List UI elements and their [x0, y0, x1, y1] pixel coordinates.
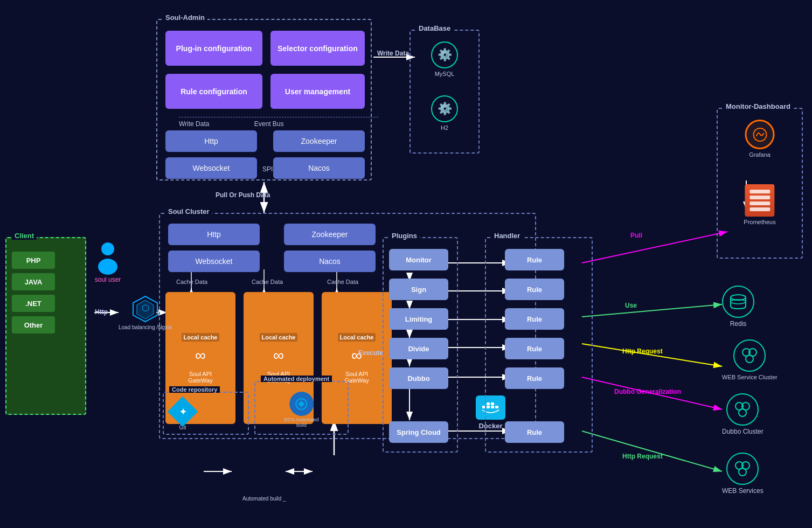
automated-deploy-box: Automated deployment DCS Automated build	[254, 381, 349, 435]
pull-label: Pull	[630, 232, 642, 239]
web-service-cluster-icon	[733, 339, 766, 372]
prometheus-label: Prometheus	[744, 219, 775, 225]
redis-label: Redis	[730, 320, 747, 328]
write-data-arrow-label: Write Data	[377, 50, 409, 57]
code-repo-box: Code repository ✦ Git	[163, 392, 249, 435]
svg-point-56	[98, 259, 117, 275]
cache-label-1: Cache Data	[176, 279, 207, 285]
plugin-divide-btn[interactable]: Divide	[389, 338, 448, 359]
plugin-limiting-btn[interactable]: Limiting	[389, 308, 448, 330]
rule-1-btn[interactable]: Rule	[505, 249, 564, 270]
handler-box: Handler Rule Rule Rule Rule Rule Rule	[485, 237, 593, 453]
rule-6-btn[interactable]: Rule	[505, 421, 564, 443]
cluster-nacos-btn[interactable]: Nacos	[284, 251, 376, 272]
grafana-container: Grafana	[745, 120, 775, 158]
rule-config-btn[interactable]: Rule configuration	[165, 74, 262, 109]
grafana-label: Grafana	[749, 151, 771, 158]
redis-container: Redis	[722, 286, 754, 328]
dotnet-item[interactable]: .NET	[12, 295, 55, 312]
redis-icon	[722, 286, 754, 318]
svg-line-12	[582, 431, 722, 471]
write-data-event-bus-divider: Write Data Event Bus	[179, 117, 378, 128]
rule-4-btn[interactable]: Rule	[505, 338, 564, 359]
svg-line-9	[582, 304, 722, 317]
http-request-services-label: Http Request	[622, 453, 663, 460]
gateway-2-infinity: ∞	[273, 347, 284, 364]
other-item[interactable]: Other	[12, 316, 55, 334]
web-service-cluster-label: WEB Service Cluster	[722, 374, 778, 380]
automated-deploy-label: Automated deployment	[261, 376, 332, 382]
spi-label: SPI	[262, 165, 273, 173]
h2-icon: ⚙️	[431, 95, 458, 122]
nacos-btn[interactable]: Nacos	[273, 157, 365, 179]
plugin-spring-cloud-btn[interactable]: Spring Cloud	[389, 421, 448, 443]
monitor-dashboard-box: Monitor-Dashboard Grafana Prometheus	[717, 108, 803, 259]
cluster-http-btn[interactable]: Http	[168, 224, 260, 245]
soul-user-icon	[94, 242, 121, 275]
load-balancing-label: Load balancing /Nginx	[119, 324, 172, 330]
prometheus-container: Prometheus	[744, 184, 775, 225]
execute-label: Execute	[358, 349, 383, 357]
plugin-config-btn[interactable]: Plug-in configuration	[165, 31, 262, 66]
php-item[interactable]: PHP	[12, 252, 55, 269]
svg-point-51	[739, 409, 746, 416]
cache-label-2: Cache Data	[252, 279, 283, 285]
rule-3-btn[interactable]: Rule	[505, 308, 564, 330]
java-item[interactable]: JAVA	[12, 273, 55, 290]
handler-label: Handler	[491, 232, 523, 240]
mysql-container: ⚙️ MySQL	[431, 41, 458, 77]
dcs-container: DCS Automated build	[279, 392, 325, 428]
soul-user-label: soul user	[95, 276, 121, 283]
local-cache-2-label: Local cache	[260, 333, 298, 342]
cache-label-3: Cache Data	[327, 279, 358, 285]
pull-push-label: Pull Or Push Data	[216, 191, 270, 199]
soul-user-container: soul user	[94, 242, 121, 283]
cluster-zookeeper-btn[interactable]: Zookeeper	[284, 224, 376, 245]
local-cache-3-label: Local cache	[338, 333, 376, 342]
soul-admin-label: Soul-Admin	[163, 13, 207, 22]
plugin-sign-btn[interactable]: Sign	[389, 279, 448, 300]
gateway-1-infinity: ∞	[195, 347, 206, 364]
svg-text:⬡: ⬡	[141, 303, 149, 312]
web-services-icon	[726, 453, 759, 485]
user-mgmt-btn[interactable]: User management	[270, 74, 365, 109]
websocket-sync-btn[interactable]: Websocket	[165, 157, 257, 179]
mysql-label: MySQL	[435, 71, 455, 77]
svg-point-48	[746, 355, 753, 363]
monitor-dashboard-label: Monitor-Dashboard	[723, 102, 793, 110]
soul-admin-box: Soul-Admin Plug-in configuration Selecto…	[156, 19, 372, 180]
grafana-icon	[745, 120, 775, 149]
automated-build-label: Automated build _	[242, 496, 286, 502]
plugins-box: Plugins Monitor Sign Limiting Divide Dub…	[383, 237, 458, 453]
h2-label: H2	[441, 124, 448, 131]
dubbo-generalization-label: Dubbo Generalization	[614, 388, 681, 395]
rule-5-btn[interactable]: Rule	[505, 367, 564, 389]
soul-cluster-box: Soul Cluster Http Zookeeper Websocket Na…	[159, 213, 536, 439]
http-sync-btn[interactable]: Http	[165, 130, 257, 152]
selector-config-btn[interactable]: Selector configuration	[270, 31, 365, 66]
client-label: Client	[12, 232, 37, 240]
rule-2-btn[interactable]: Rule	[505, 279, 564, 300]
git-icon: ✦	[168, 397, 198, 427]
svg-point-55	[101, 242, 114, 255]
load-balancing-container: ⬡ Load balancing /Nginx	[119, 294, 172, 330]
client-box: Client PHP JAVA .NET Other	[5, 237, 86, 415]
cluster-websocket-btn[interactable]: Websocket	[168, 251, 260, 272]
mysql-icon: ⚙️	[431, 41, 458, 68]
svg-line-8	[582, 232, 727, 263]
web-services-label: WEB Services	[722, 487, 764, 495]
architecture-diagram: Soul-Admin Plug-in configuration Selecto…	[0, 0, 812, 528]
use-label: Use	[625, 302, 637, 309]
plugins-label: Plugins	[389, 232, 420, 240]
load-balancing-icon: ⬡	[130, 294, 160, 323]
h2-container: ⚙️ H2	[431, 95, 458, 131]
zookeeper-btn[interactable]: Zookeeper	[273, 130, 365, 152]
gateway-1-name: Soul APIGateWay	[188, 371, 212, 384]
local-cache-1-label: Local cache	[182, 333, 220, 342]
plugin-dubbo-btn[interactable]: Dubbo	[389, 367, 448, 389]
database-box: DataBase ⚙️ MySQL ⚙️ H2	[410, 30, 480, 154]
plugin-monitor-btn[interactable]: Monitor	[389, 249, 448, 270]
web-service-cluster-container: WEB Service Cluster	[722, 339, 778, 380]
prometheus-icon	[745, 184, 775, 217]
database-label: DataBase	[416, 24, 453, 32]
